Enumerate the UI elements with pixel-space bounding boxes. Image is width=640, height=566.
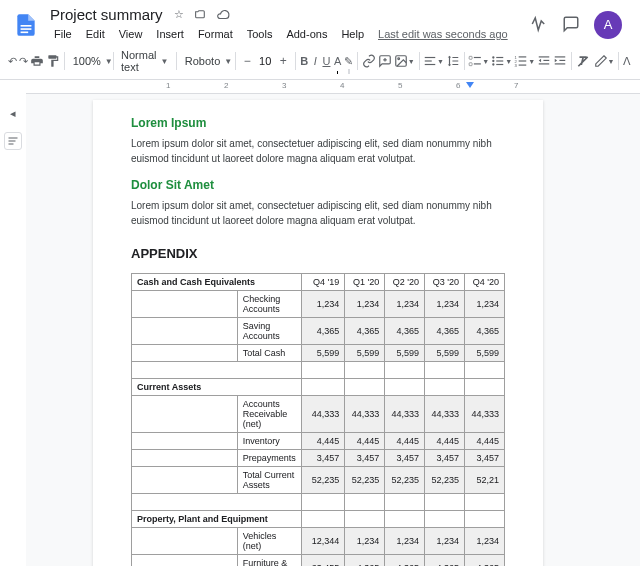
table-cell[interactable]: Current Assets [132, 379, 302, 396]
table-cell[interactable] [132, 318, 238, 345]
table-cell[interactable]: 5,599 [345, 345, 385, 362]
table-cell[interactable]: 3,457 [301, 450, 345, 467]
font-select[interactable]: Roboto▼ [181, 53, 231, 69]
table-cell[interactable] [132, 345, 238, 362]
heading[interactable]: APPENDIX [131, 246, 505, 261]
indent-inc-button[interactable] [553, 49, 567, 73]
table-cell[interactable] [385, 494, 425, 511]
table-cell[interactable]: 3,457 [345, 450, 385, 467]
doc-title[interactable]: Project summary [48, 6, 165, 23]
table-cell[interactable]: 1,234 [385, 291, 425, 318]
bold-button[interactable]: B [300, 49, 309, 73]
table-cell[interactable]: Inventory [237, 433, 301, 450]
table-cell[interactable] [132, 450, 238, 467]
table-cell[interactable]: 52,21 [465, 467, 505, 494]
table-cell[interactable]: Property, Plant and Equipment [132, 511, 302, 528]
table-cell[interactable]: Q4 '19 [301, 274, 345, 291]
align-button[interactable]: ▼ [423, 49, 444, 73]
table-cell[interactable]: 4,445 [345, 433, 385, 450]
menu-tools[interactable]: Tools [241, 25, 279, 43]
table-cell[interactable]: 1,234 [345, 291, 385, 318]
table-cell[interactable]: 44,333 [345, 396, 385, 433]
table-cell[interactable]: 3,457 [465, 450, 505, 467]
table-cell[interactable]: 52,235 [385, 467, 425, 494]
star-icon[interactable]: ☆ [171, 7, 187, 23]
comments-icon[interactable] [562, 15, 580, 35]
link-button[interactable] [362, 49, 376, 73]
menu-help[interactable]: Help [335, 25, 370, 43]
table-cell[interactable] [385, 379, 425, 396]
table-cell[interactable] [301, 379, 345, 396]
table-cell[interactable]: 1,234 [301, 291, 345, 318]
menu-insert[interactable]: Insert [150, 25, 190, 43]
page[interactable]: Lorem Ipsum Lorem ipsum dolor sit amet, … [93, 100, 543, 566]
table-cell[interactable] [425, 494, 465, 511]
table-cell[interactable]: 4,365 [345, 555, 385, 567]
table-cell[interactable] [345, 511, 385, 528]
paragraph[interactable]: Lorem ipsum dolor sit amet, consectetuer… [131, 136, 505, 166]
table-cell[interactable]: 4,445 [465, 433, 505, 450]
menu-view[interactable]: View [113, 25, 149, 43]
editing-mode-button[interactable]: ▼ [594, 49, 615, 73]
table-cell[interactable] [132, 555, 238, 567]
line-spacing-button[interactable] [446, 49, 460, 73]
highlight-button[interactable]: ✎ [344, 49, 353, 73]
table-cell[interactable]: 4,365 [345, 318, 385, 345]
table-cell[interactable] [465, 511, 505, 528]
table-cell[interactable]: 44,333 [465, 396, 505, 433]
table-cell[interactable]: 52,235 [301, 467, 345, 494]
table-cell[interactable] [385, 511, 425, 528]
table-cell[interactable]: 3,457 [425, 450, 465, 467]
table-cell[interactable] [465, 379, 505, 396]
clear-format-button[interactable] [576, 49, 590, 73]
table-cell[interactable] [345, 362, 385, 379]
menu-file[interactable]: File [48, 25, 78, 43]
table-cell[interactable]: 3,457 [385, 450, 425, 467]
table-cell[interactable] [132, 433, 238, 450]
last-edit[interactable]: Last edit was seconds ago [378, 25, 508, 43]
table-cell[interactable]: Q2 '20 [385, 274, 425, 291]
table-cell[interactable] [301, 362, 345, 379]
table-cell[interactable]: 5,599 [301, 345, 345, 362]
table-cell[interactable] [385, 362, 425, 379]
table-cell[interactable]: 52,235 [425, 467, 465, 494]
paragraph[interactable]: Lorem ipsum dolor sit amet, consectetuer… [131, 198, 505, 228]
document-canvas[interactable]: Lorem Ipsum Lorem ipsum dolor sit amet, … [26, 94, 640, 566]
underline-button[interactable]: U [322, 49, 331, 73]
table-cell[interactable]: 1,234 [425, 291, 465, 318]
table-cell[interactable]: 4,365 [465, 318, 505, 345]
outline-icon[interactable] [4, 132, 22, 150]
table-cell[interactable] [132, 467, 238, 494]
table-cell[interactable]: 5,599 [425, 345, 465, 362]
table-cell[interactable]: Q1 '20 [345, 274, 385, 291]
table-cell[interactable]: 5,599 [465, 345, 505, 362]
table-cell[interactable]: 4,365 [425, 555, 465, 567]
text-color-button[interactable]: A [333, 49, 342, 73]
table-cell[interactable] [301, 494, 345, 511]
table-cell[interactable]: Q4 '20 [465, 274, 505, 291]
table-cell[interactable] [132, 494, 302, 511]
docs-logo[interactable] [12, 11, 40, 39]
style-select[interactable]: Normal text▼ [117, 47, 172, 75]
table-cell[interactable]: Cash and Cash Equivalents [132, 274, 302, 291]
format-paint-button[interactable] [46, 49, 60, 73]
menu-format[interactable]: Format [192, 25, 239, 43]
table-cell[interactable] [425, 362, 465, 379]
table-cell[interactable]: 4,445 [425, 433, 465, 450]
font-size[interactable]: − 10 + [239, 53, 291, 69]
table-cell[interactable]: Total Current Assets [237, 467, 301, 494]
table-cell[interactable] [132, 396, 238, 433]
table-cell[interactable]: 44,333 [301, 396, 345, 433]
table-cell[interactable]: 4,445 [301, 433, 345, 450]
activity-icon[interactable] [530, 15, 548, 35]
indent-dec-button[interactable] [537, 49, 551, 73]
table-cell[interactable]: 1,234 [385, 528, 425, 555]
table-cell[interactable] [465, 494, 505, 511]
table-cell[interactable]: 1,234 [425, 528, 465, 555]
table-cell[interactable]: 4,365 [465, 555, 505, 567]
table-cell[interactable]: 12,344 [301, 528, 345, 555]
collapse-toolbar-button[interactable]: ᐱ [623, 49, 632, 73]
italic-button[interactable]: I [311, 49, 320, 73]
table-cell[interactable]: 4,365 [425, 318, 465, 345]
font-size-dec[interactable]: − [239, 53, 255, 69]
